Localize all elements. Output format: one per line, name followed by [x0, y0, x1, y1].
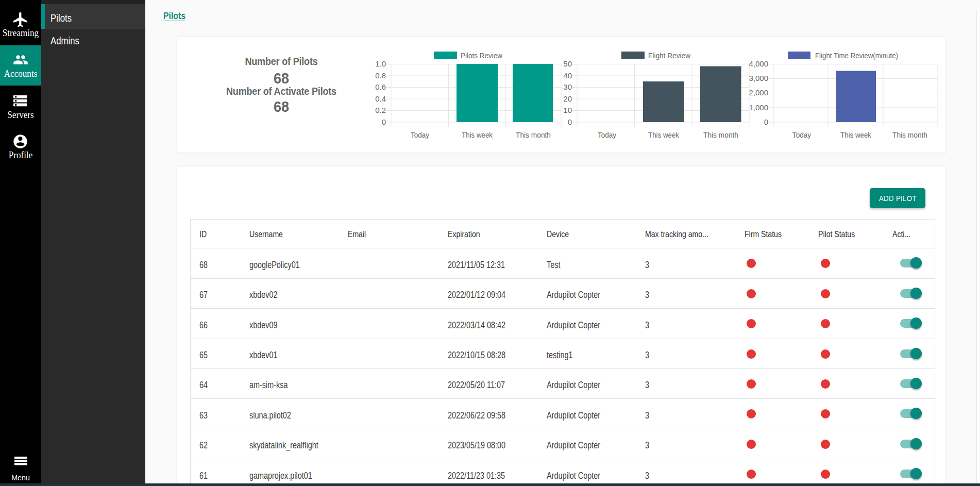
svg-text:0.8: 0.8	[375, 71, 386, 80]
svg-text:This month: This month	[703, 130, 738, 139]
svg-text:Pilots Review: Pilots Review	[461, 51, 502, 60]
svg-text:0.2: 0.2	[375, 106, 386, 114]
svg-text:Flight Time Review(minute): Flight Time Review(minute)	[815, 51, 898, 60]
svg-text:This week: This week	[462, 130, 493, 139]
svg-text:This week: This week	[840, 130, 871, 139]
svg-text:40: 40	[563, 71, 572, 80]
svg-text:0: 0	[568, 118, 572, 126]
svg-text:50: 50	[563, 59, 572, 68]
svg-text:Flight Review: Flight Review	[648, 51, 690, 60]
svg-text:3,000: 3,000	[749, 74, 768, 82]
svg-text:1,000: 1,000	[749, 103, 768, 112]
svg-text:2,000: 2,000	[749, 88, 768, 97]
svg-text:0: 0	[764, 118, 768, 126]
svg-text:Today: Today	[411, 130, 429, 139]
svg-text:0.4: 0.4	[375, 94, 386, 103]
svg-text:0: 0	[382, 118, 386, 126]
svg-text:This week: This week	[648, 130, 679, 139]
svg-text:Today: Today	[792, 130, 811, 139]
svg-text:4,000: 4,000	[749, 59, 768, 68]
svg-text:This month: This month	[892, 130, 927, 139]
svg-text:0.6: 0.6	[375, 82, 386, 91]
svg-text:1.0: 1.0	[375, 59, 386, 68]
svg-text:20: 20	[563, 94, 572, 103]
svg-text:This month: This month	[516, 130, 551, 139]
svg-text:Today: Today	[598, 130, 616, 139]
svg-text:10: 10	[563, 106, 572, 114]
svg-text:30: 30	[563, 82, 572, 91]
